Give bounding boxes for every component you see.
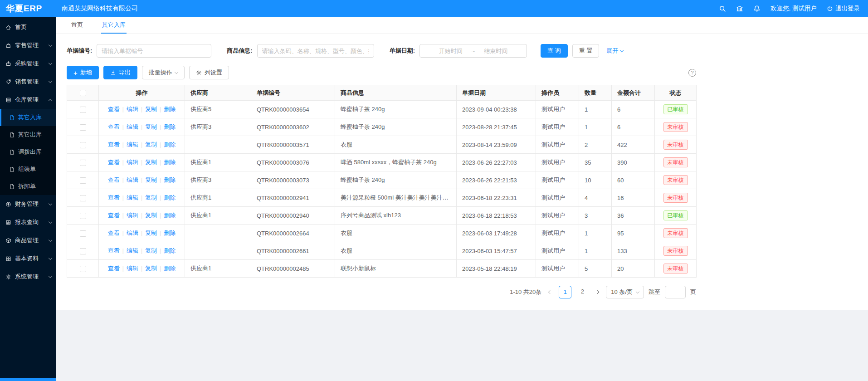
sidebar-item-report[interactable]: 报表查询 — [0, 213, 56, 231]
sidebar-item-goods[interactable]: 商品管理 — [0, 231, 56, 249]
page-number-1[interactable]: 1 — [559, 286, 571, 298]
edit-link[interactable]: 编辑 — [127, 230, 138, 236]
delete-link[interactable]: 删除 — [164, 212, 176, 219]
goods-info-input[interactable] — [257, 44, 374, 58]
logout-label: 退出登录 — [835, 5, 860, 13]
delete-link[interactable]: 删除 — [164, 159, 176, 166]
batch-actions-button[interactable]: 批量操作 — [142, 66, 185, 79]
tab-other-inbound[interactable]: 其它入库 — [101, 17, 127, 34]
next-page-button[interactable] — [593, 286, 601, 298]
view-link[interactable]: 查看 — [108, 265, 120, 272]
jump-page-input[interactable] — [665, 286, 686, 298]
bank-icon[interactable] — [736, 5, 743, 12]
edit-link[interactable]: 编辑 — [127, 141, 138, 148]
chevron-right-icon — [595, 290, 599, 294]
edit-link[interactable]: 编辑 — [127, 106, 138, 112]
start-date-input[interactable] — [431, 47, 471, 55]
delete-link[interactable]: 删除 — [164, 176, 176, 183]
row-checkbox[interactable] — [80, 142, 86, 148]
status-badge: 未审核 — [663, 140, 688, 150]
row-checkbox[interactable] — [80, 195, 86, 201]
app-logo[interactable]: 华夏ERP — [0, 3, 56, 15]
delete-link[interactable]: 删除 — [164, 230, 176, 236]
delete-link[interactable]: 删除 — [164, 247, 176, 254]
copy-link[interactable]: 复制 — [145, 194, 157, 201]
end-date-input[interactable] — [476, 47, 516, 55]
sidebar-item-purchase[interactable]: 采购管理 — [0, 54, 56, 73]
view-link[interactable]: 查看 — [108, 141, 120, 148]
sidebar-item-warehouse[interactable]: 仓库管理 — [0, 91, 56, 109]
copy-link[interactable]: 复制 — [145, 141, 157, 148]
row-checkbox[interactable] — [80, 124, 86, 131]
bell-icon[interactable] — [753, 5, 761, 12]
copy-link[interactable]: 复制 — [145, 230, 157, 236]
view-link[interactable]: 查看 — [108, 230, 120, 236]
search-icon[interactable] — [719, 5, 726, 12]
add-button[interactable]: + 新增 — [67, 66, 99, 79]
copy-link[interactable]: 复制 — [145, 212, 157, 219]
delete-link[interactable]: 删除 — [164, 123, 176, 130]
page-number-2[interactable]: 2 — [576, 286, 589, 298]
row-checkbox[interactable] — [80, 248, 86, 254]
export-button[interactable]: 导出 — [103, 66, 137, 79]
copy-link[interactable]: 复制 — [145, 176, 157, 183]
select-all-checkbox[interactable] — [80, 90, 86, 96]
edit-link[interactable]: 编辑 — [127, 159, 138, 166]
sidebar-subitem-allocation-outbound[interactable]: 调拨出库 — [0, 143, 56, 161]
view-link[interactable]: 查看 — [108, 159, 120, 166]
tab-home[interactable]: 首页 — [70, 17, 84, 34]
copy-link[interactable]: 复制 — [145, 247, 157, 254]
view-link[interactable]: 查看 — [108, 194, 120, 201]
edit-link[interactable]: 编辑 — [127, 176, 138, 183]
view-link[interactable]: 查看 — [108, 176, 120, 183]
view-link[interactable]: 查看 — [108, 247, 120, 254]
copy-link[interactable]: 复制 — [145, 106, 157, 112]
bill-no-input[interactable] — [97, 44, 211, 58]
sidebar-item-sales[interactable]: 销售管理 — [0, 73, 56, 91]
logout-button[interactable]: 退出登录 — [827, 5, 860, 13]
status-badge: 未审核 — [663, 193, 688, 203]
view-link[interactable]: 查看 — [108, 106, 120, 112]
sidebar-subitem-assembly-order[interactable]: 组装单 — [0, 161, 56, 178]
search-button[interactable]: 查 询 — [541, 44, 568, 58]
page-size-select[interactable]: 10 条/页 — [606, 286, 644, 298]
view-link[interactable]: 查看 — [108, 212, 120, 219]
edit-link[interactable]: 编辑 — [127, 194, 138, 201]
reset-button[interactable]: 重 置 — [572, 44, 600, 58]
edit-link[interactable]: 编辑 — [127, 212, 138, 219]
delete-link[interactable]: 删除 — [164, 265, 176, 272]
sidebar-subitem-other-inbound[interactable]: 其它入库 — [0, 109, 56, 126]
base-icon — [5, 256, 11, 262]
expand-toggle[interactable]: 展开 — [606, 47, 623, 55]
delete-link[interactable]: 删除 — [164, 141, 176, 148]
sidebar-item-basic-data[interactable]: 基本资料 — [0, 249, 56, 268]
copy-link[interactable]: 复制 — [145, 159, 157, 166]
sidebar-item-retail[interactable]: 零售管理 — [0, 36, 56, 54]
sidebar-subitem-disassembly-order[interactable]: 拆卸单 — [0, 178, 56, 195]
edit-link[interactable]: 编辑 — [127, 123, 138, 130]
delete-link[interactable]: 删除 — [164, 106, 176, 112]
row-checkbox[interactable] — [80, 213, 86, 219]
date-range-picker[interactable]: ~ — [419, 44, 527, 58]
row-checkbox[interactable] — [80, 160, 86, 166]
edit-link[interactable]: 编辑 — [127, 265, 138, 272]
delete-link[interactable]: 删除 — [164, 194, 176, 201]
column-settings-button[interactable]: 列设置 — [189, 66, 229, 79]
prev-page-button[interactable] — [546, 286, 554, 298]
row-checkbox[interactable] — [80, 177, 86, 184]
view-link[interactable]: 查看 — [108, 123, 120, 130]
row-checkbox[interactable] — [80, 266, 86, 272]
sidebar-item-system[interactable]: 系统管理 — [0, 268, 56, 286]
row-checkbox[interactable] — [80, 107, 86, 113]
sidebar-item-home[interactable]: 首页 — [0, 18, 56, 36]
help-icon[interactable]: ? — [688, 69, 696, 77]
row-checkbox[interactable] — [80, 230, 86, 237]
sidebar-subitem-other-outbound[interactable]: 其它出库 — [0, 126, 56, 143]
actions-cell: 查看|编辑|复制|删除 — [99, 189, 185, 207]
quantity-cell: 10 — [579, 171, 612, 189]
copy-link[interactable]: 复制 — [145, 265, 157, 272]
copy-link[interactable]: 复制 — [145, 123, 157, 130]
sidebar-item-finance[interactable]: 财务管理 — [0, 195, 56, 213]
edit-link[interactable]: 编辑 — [127, 247, 138, 254]
bill-no-cell: QTRK00000002485 — [251, 260, 335, 278]
